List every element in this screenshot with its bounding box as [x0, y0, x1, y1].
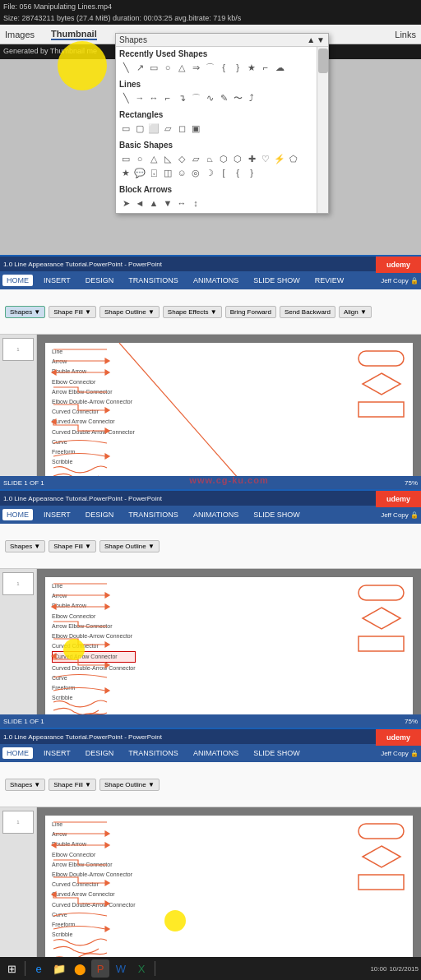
shape-line[interactable]: ╲ [119, 61, 132, 74]
shape-zigzag[interactable]: ⌒ [203, 61, 216, 74]
tab-slideshow-1[interactable]: SLIDE SHOW [249, 275, 304, 286]
tab-home-2[interactable]: HOME [2, 509, 33, 520]
bs-rt-triangle[interactable]: ◺ [161, 152, 174, 165]
line-freeform[interactable]: ∿ [203, 91, 216, 104]
ba-down[interactable]: ▼ [161, 196, 174, 210]
align-btn-1[interactable]: Align ▼ [339, 306, 372, 318]
ba-left[interactable]: ◄ [133, 196, 146, 210]
shape-outline-btn-2[interactable]: Shape Outline ▼ [99, 540, 160, 552]
ba-ud[interactable]: ↕ [189, 196, 202, 210]
bs-cross[interactable]: ✚ [245, 152, 258, 165]
shape-oval[interactable]: ○ [161, 61, 174, 74]
bs-trapezoid[interactable]: ⏢ [203, 152, 216, 165]
shape-arrow[interactable]: ↗ [133, 61, 146, 74]
bs-oval[interactable]: ○ [133, 152, 146, 165]
shape-triangle[interactable]: △ [175, 61, 188, 74]
bs-star[interactable]: ★ [119, 166, 132, 179]
shapes-btn-2[interactable]: Shapes ▼ [5, 540, 45, 552]
bs-cylinder[interactable]: ⌺ [147, 166, 160, 179]
tab-review-1[interactable]: REVIEW [311, 275, 349, 286]
bs-rect[interactable]: ▭ [119, 152, 132, 165]
shapes-btn-1[interactable]: Shapes ▼ [5, 306, 45, 318]
shape-fill-btn-3[interactable]: Shape Fill ▼ [49, 779, 96, 791]
line-scribble[interactable]: ✎ [217, 91, 230, 104]
rect-plain[interactable]: ▭ [119, 122, 132, 135]
shape-rt-arrow[interactable]: ⇒ [189, 61, 202, 74]
rect-diagonal[interactable]: ▱ [161, 122, 174, 135]
shape-outline-btn-3[interactable]: Shape Outline ▼ [99, 779, 160, 791]
taskbar-start[interactable]: ⊞ [2, 959, 21, 978]
tab-slideshow-3[interactable]: SLIDE SHOW [249, 747, 304, 759]
bs-triangle[interactable]: △ [147, 152, 160, 165]
taskbar-ie[interactable]: e [30, 959, 48, 978]
taskbar-folder[interactable]: 📁 [50, 959, 68, 978]
tab-animations-3[interactable]: ANIMATIONS [189, 747, 243, 759]
ba-up[interactable]: ▲ [147, 196, 160, 210]
shape-bracket[interactable]: { [217, 61, 230, 74]
bs-cube[interactable]: ◫ [161, 166, 174, 179]
tab-home-1[interactable]: HOME [2, 275, 33, 286]
tab-animations-1[interactable]: ANIMATIONS [189, 275, 243, 286]
bs-moon[interactable]: ☽ [203, 166, 216, 179]
bs-hexagon[interactable]: ⬡ [217, 152, 230, 165]
rect-rounded[interactable]: ▢ [133, 122, 146, 135]
taskbar-ppt[interactable]: P [91, 959, 109, 978]
scrollbar-thumb[interactable] [318, 49, 328, 73]
shape-cloud[interactable]: ☁ [273, 61, 286, 74]
shape-rect[interactable]: ▭ [147, 61, 160, 74]
line-curved[interactable]: ⌒ [189, 91, 202, 104]
tab-design-3[interactable]: DESIGN [81, 747, 118, 759]
tab-transitions-2[interactable]: TRANSITIONS [124, 509, 183, 520]
slide-thumb-3[interactable]: 1 [2, 811, 34, 834]
shape-fill-btn-1[interactable]: Shape Fill ▼ [49, 306, 96, 318]
tab-transitions-1[interactable]: TRANSITIONS [124, 275, 183, 286]
line-double-arrow[interactable]: ↔ [147, 91, 160, 104]
tab-design-1[interactable]: DESIGN [81, 275, 118, 286]
line-wave[interactable]: 〜 [231, 91, 244, 104]
ba-lr[interactable]: ↔ [175, 196, 188, 210]
bs-diamond[interactable]: ◇ [175, 152, 188, 165]
taskbar-word[interactable]: W [112, 959, 130, 978]
bs-callout[interactable]: 💬 [133, 166, 146, 179]
shape-star5[interactable]: ★ [245, 61, 258, 74]
tab-slideshow-2[interactable]: SLIDE SHOW [249, 509, 304, 520]
bs-smiley[interactable]: ☺ [175, 166, 188, 179]
bs-heart[interactable]: ♡ [259, 152, 272, 165]
tab-insert-2[interactable]: INSERT [39, 509, 75, 520]
shape-outline-btn-1[interactable]: Shape Outline ▼ [99, 306, 160, 318]
ba-right[interactable]: ➤ [119, 196, 132, 210]
line-elbow-arrow[interactable]: ↴ [175, 91, 188, 104]
bs-bracket-sq[interactable]: [ [217, 166, 230, 179]
shape-corner[interactable]: ⌐ [259, 61, 272, 74]
slide-thumb-2[interactable]: 1 [2, 572, 34, 595]
tab-animations-2[interactable]: ANIMATIONS [189, 509, 243, 520]
tab-thumbnail[interactable]: Thumbnail [51, 29, 97, 40]
line-zigzag2[interactable]: ⤴ [245, 91, 258, 104]
bs-parallelogram[interactable]: ▱ [189, 152, 202, 165]
bs-brace-l[interactable]: { [231, 166, 244, 179]
rect-frame[interactable]: ▣ [189, 122, 202, 135]
panel-scroll-up[interactable]: ▲ [307, 35, 315, 44]
tab-design-2[interactable]: DESIGN [81, 509, 118, 520]
tab-transitions-3[interactable]: TRANSITIONS [124, 747, 183, 759]
tab-images[interactable]: Images [5, 30, 35, 39]
taskbar-chrome[interactable]: ⬤ [71, 959, 89, 978]
line-straight[interactable]: ╲ [119, 91, 132, 104]
panel-scroll-down[interactable]: ▼ [317, 35, 325, 44]
slide-thumb-1[interactable]: 1 [2, 338, 34, 361]
send-back-btn-1[interactable]: Send Backward [280, 306, 335, 318]
bs-pentagon[interactable]: ⬠ [287, 152, 300, 165]
shape-brace[interactable]: } [231, 61, 244, 74]
tab-links[interactable]: Links [395, 30, 416, 39]
shape-effects-btn-1[interactable]: Shape Effects ▼ [163, 306, 222, 318]
line-arrow[interactable]: → [133, 91, 146, 104]
bs-brace-r[interactable]: } [245, 166, 258, 179]
line-elbow[interactable]: ⌐ [161, 91, 174, 104]
panel-scrollbar[interactable] [317, 47, 328, 213]
bs-donut[interactable]: ◎ [189, 166, 202, 179]
taskbar-excel[interactable]: X [132, 959, 150, 978]
bs-lightning[interactable]: ⚡ [273, 152, 286, 165]
tab-home-3[interactable]: HOME [2, 747, 33, 759]
shape-fill-btn-2[interactable]: Shape Fill ▼ [49, 540, 96, 552]
rect-snipped[interactable]: ⬜ [147, 122, 160, 135]
